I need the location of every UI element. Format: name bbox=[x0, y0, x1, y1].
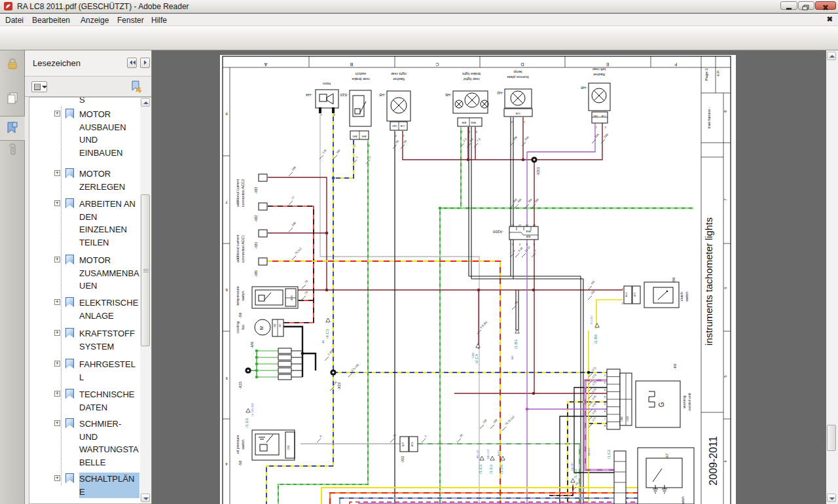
collapse-panel-icon[interactable] bbox=[127, 58, 137, 68]
bookmarks-tree: S +MOTOR AUSBAUEN UND EINBAUEN +MOTOR ZE… bbox=[29, 97, 151, 504]
bookmark-item[interactable]: +SCHMIER- UND WARTUNGSTABELLE bbox=[29, 418, 145, 469]
diagram-label: switch bbox=[355, 72, 367, 76]
diagram-label: CR1 bbox=[287, 445, 290, 450]
bookmark-item[interactable]: +MOTOR ZERLEGEN bbox=[29, 168, 145, 193]
diagram-label: right rear bbox=[391, 72, 407, 76]
diagram-label: DOB bbox=[627, 416, 629, 422]
scrollbar-thumb[interactable] bbox=[827, 425, 836, 451]
scroll-up-icon[interactable] bbox=[141, 98, 150, 107]
diagram-label: M1 bbox=[274, 324, 276, 327]
minimize-button[interactable] bbox=[780, 1, 797, 10]
diagram-label: flasher bbox=[393, 77, 405, 81]
bookmark-item-partial[interactable]: S bbox=[79, 97, 85, 105]
diagram-label: E bbox=[606, 62, 609, 67]
main-area: Lesezeichen S +MOTOR AUSBAUEN UND EINBAU… bbox=[0, 50, 838, 504]
bookmark-icon bbox=[65, 328, 74, 338]
window-title: RA LC8 2011.pdf (GESCHÜTZT) - Adobe Read… bbox=[17, 2, 189, 11]
diagram-label: A2B bbox=[462, 121, 466, 124]
pages-panel-icon[interactable] bbox=[5, 90, 20, 106]
bookmarks-panel-icon[interactable] bbox=[5, 120, 20, 135]
panel-forward-icon[interactable] bbox=[140, 58, 150, 68]
diagram-label: left rear bbox=[592, 67, 606, 71]
expand-plus-icon[interactable]: + bbox=[54, 257, 60, 262]
expand-plus-icon[interactable]: + bbox=[54, 420, 60, 426]
new-bookmark-icon[interactable] bbox=[130, 80, 144, 97]
bookmark-item[interactable]: +ARBEITEN AN DEN EINZELNEN TEILEN bbox=[29, 198, 145, 249]
diagram-label: -H2 bbox=[497, 91, 503, 95]
component-s7-switch bbox=[614, 448, 694, 504]
diagram-label: -X82 bbox=[254, 215, 258, 223]
title-bar[interactable]: RA LC8 2011.pdf (GESCHÜTZT) - Adobe Read… bbox=[0, 0, 838, 13]
expand-plus-icon[interactable]: + bbox=[54, 330, 60, 336]
scroll-down-icon[interactable] bbox=[827, 494, 836, 502]
diagram-label: CM2 bbox=[593, 115, 598, 117]
options-list-icon bbox=[34, 84, 41, 90]
scroll-up-icon[interactable] bbox=[827, 52, 836, 60]
bookmark-item[interactable]: +KRAFTSTOFFSYSTEM bbox=[29, 327, 145, 353]
wiring-diagram-page[interactable]: 1701681286882,34,57,825B25A26A26B16B7716… bbox=[152, 50, 837, 504]
diagram-label: G bbox=[658, 402, 665, 407]
component-oil-pressure-switch bbox=[252, 430, 295, 460]
diagram-label: NR-X18 bbox=[486, 449, 490, 459]
diagram-label: AY1 bbox=[411, 442, 414, 446]
scrollbar-thumb[interactable] bbox=[141, 194, 150, 346]
diagram-label: M bbox=[259, 326, 264, 330]
component-flasher-left-rear bbox=[589, 83, 610, 123]
junction-dot bbox=[587, 371, 591, 374]
bookmark-item-selected[interactable]: +SCHALTPLÄNE bbox=[29, 473, 145, 498]
bookmark-options-button[interactable] bbox=[31, 81, 47, 92]
close-button[interactable] bbox=[815, 1, 836, 10]
junction-dot bbox=[522, 158, 525, 162]
diagram-label: additional current bbox=[236, 179, 240, 207]
expand-plus-icon[interactable]: + bbox=[54, 475, 60, 481]
diagram-label: /1.B3 bbox=[574, 469, 577, 478]
document-scrollbar[interactable] bbox=[826, 50, 838, 504]
diagram-label: -X23 bbox=[337, 382, 341, 390]
diagram-label: A101 bbox=[497, 450, 500, 456]
bookmark-item[interactable]: +MOTOR AUSBAUEN UND EINBAUEN bbox=[29, 108, 145, 159]
diagram-label: /2.C4 bbox=[475, 353, 479, 363]
diagram-label: clutch bbox=[680, 292, 683, 301]
diagram-label: BN-K6 bbox=[587, 447, 591, 456]
restore-button[interactable] bbox=[798, 1, 814, 10]
diagram-label: C1B bbox=[601, 115, 606, 117]
expand-plus-icon[interactable]: + bbox=[54, 170, 60, 176]
security-lock-icon[interactable] bbox=[5, 56, 20, 72]
menu-anzeige[interactable]: Anzeige bbox=[78, 15, 111, 26]
diagram-label: lamp bbox=[513, 70, 522, 74]
menu-bearbeiten[interactable]: Bearbeiten bbox=[29, 15, 73, 26]
close-pane-icon[interactable]: ✖ bbox=[827, 15, 833, 24]
diagram-label: control unit bbox=[687, 393, 691, 410]
menu-fenster[interactable]: Fenster bbox=[115, 15, 147, 26]
menu-datei[interactable]: Datei bbox=[3, 15, 26, 26]
expand-plus-icon[interactable]: + bbox=[54, 111, 60, 117]
diagram-label: -X201 bbox=[536, 167, 540, 176]
document-area[interactable]: 1701681286882,34,57,825B25A26A26B16B7716… bbox=[152, 50, 838, 504]
diagram-label: A8 bbox=[321, 340, 325, 344]
bookmark-item[interactable]: +FAHRGESTELL bbox=[29, 358, 145, 384]
expand-plus-icon[interactable]: + bbox=[54, 361, 60, 367]
junction-dot bbox=[477, 289, 481, 292]
expand-plus-icon[interactable]: + bbox=[54, 299, 60, 305]
junction-dot bbox=[301, 352, 304, 355]
diagram-label: C bbox=[435, 62, 439, 67]
diagram-label: flasher bbox=[593, 73, 605, 77]
sidebar-options-row bbox=[25, 77, 151, 97]
bookmark-icon bbox=[65, 389, 74, 399]
junction-ring-core bbox=[332, 371, 334, 373]
sidebar-scrollbar[interactable] bbox=[140, 98, 151, 503]
diagram-label: /1.D6 bbox=[500, 464, 503, 474]
bookmark-item[interactable]: +TECHNISCHE DATEN bbox=[29, 388, 145, 414]
expand-plus-icon[interactable]: + bbox=[54, 391, 60, 397]
bookmark-item[interactable]: +ELEKTRISCHE ANLAGE bbox=[29, 297, 145, 322]
bookmark-item[interactable]: +MOTOR ZUSAMMENBAUEN bbox=[29, 254, 145, 293]
attachments-paperclip-icon[interactable] bbox=[5, 143, 20, 158]
scroll-down-icon[interactable] bbox=[141, 494, 150, 502]
diagram-label: 24 bbox=[533, 224, 536, 226]
diagram-label: switch bbox=[681, 496, 685, 504]
expand-plus-icon[interactable]: + bbox=[54, 200, 60, 206]
menu-hilfe[interactable]: Hilfe bbox=[149, 15, 170, 26]
junction-ring-core bbox=[533, 158, 535, 160]
junction-dot bbox=[325, 232, 329, 235]
diagram-label: B bbox=[350, 62, 353, 67]
